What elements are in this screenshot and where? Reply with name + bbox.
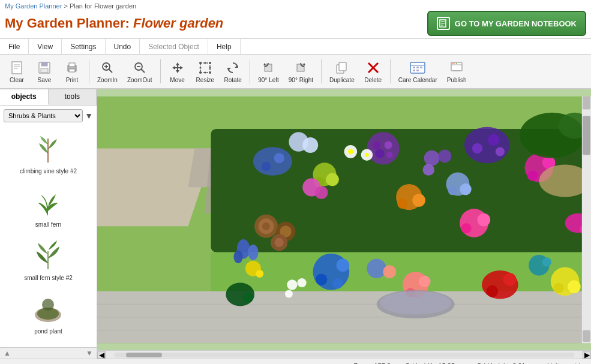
plant-item-pond-plant[interactable]: pond plant	[2, 288, 94, 337]
svg-point-127	[298, 278, 307, 287]
zoomin-icon	[99, 59, 116, 76]
menu-view[interactable]: View	[29, 39, 62, 54]
main-area: objects tools Shrubs & Plants Trees Flow…	[0, 89, 591, 359]
title-row: My Garden Planner: Flower garden GO TO M…	[5, 11, 586, 36]
plant-item-small-fern[interactable]: small fern	[2, 182, 94, 230]
category-dropdown[interactable]: Shrubs & Plants Trees Flowers Vegetables…	[4, 109, 83, 122]
zoomin-button[interactable]: ZoomIn	[93, 56, 122, 86]
move-button[interactable]: Move	[164, 56, 191, 86]
tab-tools[interactable]: tools	[49, 89, 97, 105]
clear-icon	[8, 59, 25, 76]
menu-undo[interactable]: Undo	[106, 39, 140, 54]
move-label: Move	[170, 77, 184, 83]
svg-point-106	[332, 278, 343, 288]
resize-button[interactable]: Resize	[192, 56, 219, 86]
toolbar: Clear Save Print ZoomIn ZoomOut Move	[0, 55, 591, 89]
svg-point-70	[385, 141, 392, 149]
tab-objects[interactable]: objects	[0, 89, 49, 105]
svg-point-117	[383, 265, 396, 278]
svg-point-128	[285, 290, 293, 297]
svg-point-24	[209, 62, 211, 64]
publish-button[interactable]: Publish	[443, 56, 471, 86]
svg-point-139	[248, 245, 258, 260]
svg-point-91	[348, 149, 353, 154]
clear-label: Clear	[10, 77, 24, 83]
plant-item-climbing-vine-2[interactable]: climbing vine style #2	[2, 128, 94, 177]
plant-icon-pond-plant	[31, 291, 67, 327]
care-calendar-button[interactable]: Care Calendar	[394, 56, 442, 86]
plant-label-small-fern: small fern	[35, 221, 61, 228]
resize-label: Resize	[196, 77, 215, 83]
sidebar: objects tools Shrubs & Plants Trees Flow…	[0, 89, 97, 359]
scroll-thumb-h[interactable]	[126, 353, 162, 357]
publish-label: Publish	[447, 77, 467, 83]
sidebar-scroll-down-icon[interactable]: ▼	[86, 349, 93, 357]
svg-point-102	[461, 223, 471, 233]
rotate-right-icon	[292, 59, 309, 76]
notebook-button[interactable]: GO TO MY GARDEN NOTEBOOK	[427, 11, 586, 36]
svg-point-80	[527, 170, 538, 181]
svg-point-25	[199, 71, 202, 74]
svg-point-84	[253, 147, 292, 176]
category-selector: Shrubs & Plants Trees Flowers Vegetables…	[4, 109, 93, 122]
rotate-button[interactable]: Rotate	[220, 56, 246, 86]
menu-file[interactable]: File	[0, 39, 29, 54]
svg-point-72	[386, 152, 393, 158]
sidebar-tabs: objects tools	[0, 89, 97, 106]
plant-icon-climbing-vine-2	[31, 131, 67, 167]
horizontal-scrollbar[interactable]: ◀ ▶	[97, 350, 591, 359]
duplicate-button[interactable]: Duplicate	[325, 56, 359, 86]
svg-point-57	[42, 299, 54, 311]
zoom-level: Zoom: 157.2	[353, 362, 391, 365]
scroll-track-h[interactable]	[114, 353, 574, 357]
sidebar-scroll-up-icon[interactable]: ▲	[4, 349, 11, 357]
duplicate-label: Duplicate	[329, 77, 355, 83]
svg-point-140	[233, 250, 242, 263]
menu-selected-object[interactable]: Selected Object	[140, 39, 208, 54]
svg-point-51	[454, 63, 455, 64]
plant-item-small-fern-2[interactable]: small fern style #2	[2, 235, 94, 284]
units: Units: metric	[547, 362, 584, 365]
zoomout-button[interactable]: ZoomOut	[123, 56, 157, 86]
svg-point-108	[503, 273, 517, 286]
garden-canvas-area[interactable]	[97, 89, 591, 350]
svg-point-86	[262, 162, 271, 171]
save-button[interactable]: Save	[31, 56, 58, 86]
svg-point-77	[496, 147, 505, 156]
svg-point-69	[367, 132, 399, 164]
grid-height: Grid height: 8.91 m	[476, 362, 533, 365]
canvas-wrapper: ◀ ▶	[97, 89, 591, 359]
scroll-right-icon[interactable]: ▶	[583, 351, 591, 359]
resize-icon	[197, 59, 214, 76]
svg-rect-153	[583, 330, 590, 342]
svg-point-73	[373, 141, 380, 149]
plant-list: climbing vine style #2 small fern	[0, 126, 97, 347]
save-icon	[36, 59, 53, 76]
clear-button[interactable]: Clear	[4, 56, 30, 86]
garden-svg	[97, 89, 591, 350]
delete-button[interactable]: Delete	[360, 56, 386, 86]
svg-point-144	[439, 150, 452, 163]
care-calendar-label: Care Calendar	[398, 77, 437, 83]
menu-bar: File View Settings Undo Selected Object …	[0, 39, 591, 55]
svg-point-123	[243, 293, 253, 303]
grid-width: Grid width: 15.35 m	[405, 362, 462, 365]
plant-label-small-fern-2: small fern style #2	[24, 275, 73, 281]
print-button[interactable]: Print	[59, 56, 85, 86]
svg-point-85	[274, 153, 284, 163]
svg-point-28	[204, 72, 206, 74]
svg-point-112	[553, 283, 563, 293]
svg-line-15	[109, 70, 112, 73]
delete-icon	[365, 59, 382, 76]
rotate-left-button[interactable]: 90° Left	[254, 56, 283, 86]
rotate-right-button[interactable]: 90° Right	[284, 56, 317, 86]
svg-point-71	[375, 149, 384, 158]
svg-point-147	[302, 137, 318, 153]
svg-point-125	[256, 270, 263, 278]
scroll-left-icon[interactable]: ◀	[97, 351, 106, 359]
menu-help[interactable]: Help	[208, 39, 241, 54]
menu-settings[interactable]: Settings	[62, 39, 105, 54]
svg-rect-46	[413, 70, 415, 71]
rotate-right-label: 90° Right	[289, 77, 313, 83]
breadcrumb-link[interactable]: My Garden Planner	[5, 2, 62, 10]
